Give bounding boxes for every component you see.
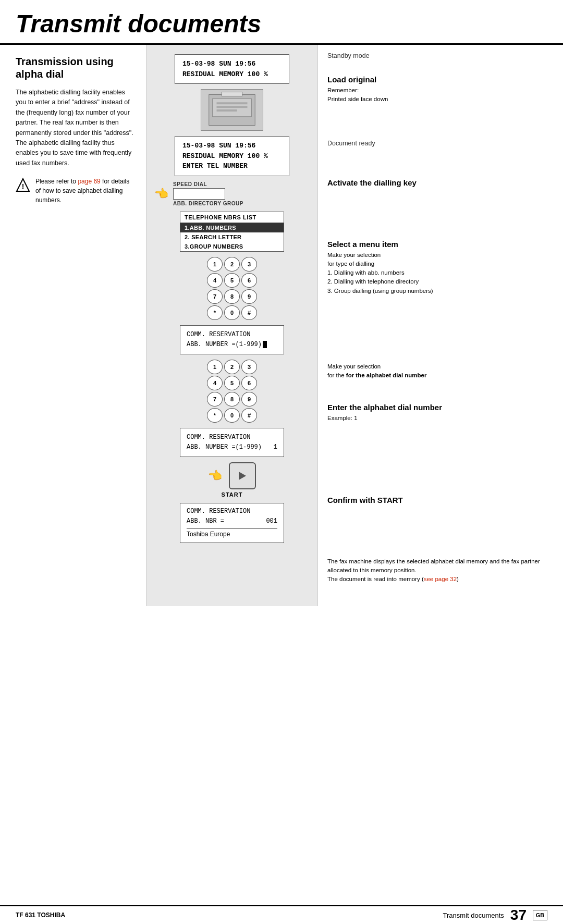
key-3[interactable]: 3 [241,257,257,272]
menu-item-2[interactable]: 2. SEARCH LETTER [180,232,284,242]
key-0b[interactable]: 0 [224,408,240,423]
final-text2: The document is read into memory (see pa… [327,575,554,584]
hand-icon: 👉 [155,187,169,201]
step-load: Load original Remember: Printed side fac… [327,75,554,104]
comm3-label: ABB. NBR = [187,516,224,526]
comm2-value: 1 [274,442,277,452]
key-hash[interactable]: # [241,305,257,320]
select-menu-item1: 1. Dialling with abb. numbers [327,268,554,277]
doc-ready-label: Document ready [327,140,554,147]
activate-title: Activate the dialling key [327,178,554,187]
svg-rect-5 [217,106,248,108]
right-column: Standby mode Load original Remember: Pri… [318,45,563,606]
numpad-2: 1 2 3 4 5 6 7 8 9 * 0 # [207,360,257,423]
abb-dir-label: ABB. DIRECTORY GROUP [173,201,243,206]
comm3-value: 001 [266,516,277,526]
step-activate: Activate the dialling key [327,178,554,199]
load-detail: Printed side face down [327,95,554,104]
enter-num-sub: Example: 1 [327,414,554,423]
key-8[interactable]: 8 [224,289,240,304]
footer-page-num: 37 [510,908,527,922]
comm-box-1: COMM. RESERVATION ABB. NUMBER =(1-999) [180,325,284,354]
speed-dial-row: 👉 SPEED DIAL ABB. DIRECTORY GROUP [155,181,309,206]
menu-box: TELEPHONE NBRS LIST 1.ABB. NUMBERS 2. SE… [180,212,284,252]
start-button[interactable] [229,462,256,489]
key-4[interactable]: 4 [207,273,223,288]
footer-gb-badge: GB [533,910,547,920]
key-hashb[interactable]: # [241,408,257,423]
final-link[interactable]: see page 32 [424,576,457,582]
start-row: 👉 START [209,462,256,498]
lcd1-line2: RESIDUAL MEMORY 100 % [182,69,282,80]
select-menu-text1: Make your selection [327,251,554,260]
warning-link[interactable]: page 69 [78,178,100,185]
key-3b[interactable]: 3 [241,360,257,374]
footer: TF 631 TOSHIBA Transmit documents 37 GB [0,905,563,924]
key-2b[interactable]: 2 [224,360,240,374]
svg-rect-6 [217,109,237,112]
key-7[interactable]: 7 [207,289,223,304]
select-menu-text2: for type of dialling [327,260,554,268]
lcd1-line1: 15-03-98 SUN 19:56 [182,59,282,69]
svg-text:!: ! [22,182,25,191]
comm-box-3: COMM. RESERVATION ABB. NBR = 001 Toshiba… [180,503,284,543]
speed-dial-label: SPEED DIAL [173,181,207,187]
step-select-menu: Select a menu item Make your selection f… [327,240,554,295]
load-remember: Remember: [327,86,554,95]
key-9b[interactable]: 9 [241,392,257,406]
key-6b[interactable]: 6 [241,376,257,390]
menu-item-1[interactable]: 1.ABB. NUMBERS [180,223,284,232]
select-menu-title: Select a menu item [327,240,554,249]
svg-rect-4 [217,102,248,104]
step-final: The fax machine displays the selected al… [327,557,554,584]
step-make-selection: Make your selection for the for the alph… [327,362,554,383]
comm3-line2-row: ABB. NBR = 001 [187,516,277,526]
page-title: Transmit documents [0,0,563,45]
middle-column: 15-03-98 SUN 19:56 RESIDUAL MEMORY 100 %… [146,45,318,606]
comm-line1: COMM. RESERVATION [187,330,277,340]
key-0[interactable]: 0 [224,305,240,320]
confirm-title: Confirm with START [327,496,554,504]
key-6[interactable]: 6 [241,273,257,288]
footer-page-label: Transmit documents [443,911,504,919]
document-image [201,89,263,131]
comm2-line1: COMM. RESERVATION [187,433,277,442]
load-title: Load original [327,75,554,84]
warning-icon: ! [16,178,30,192]
svg-rect-7 [222,92,242,96]
key-star[interactable]: * [207,305,223,320]
key-2[interactable]: 2 [224,257,240,272]
start-label: START [222,491,243,498]
comm-box-2: COMM. RESERVATION ABB. NUMBER =(1-999) 1 [180,428,284,457]
lcd-display-1: 15-03-98 SUN 19:56 RESIDUAL MEMORY 100 % [175,54,289,84]
footer-right: Transmit documents 37 GB [443,908,547,922]
comm3-partner: Toshiba Europe [187,528,277,539]
make-selection-text: Make your selection [327,362,554,371]
enter-num-title: Enter the alphabet dial number [327,403,554,412]
comm3-line1: COMM. RESERVATION [187,507,277,516]
key-5b[interactable]: 5 [224,376,240,390]
warning-box: ! Please refer to page 69 for details of… [16,177,136,205]
lcd2-line2: RESIDUAL MEMORY 100 % [182,151,282,162]
section-title: Transmission using alpha dial [16,55,136,80]
body-text: The alphabetic dialling facility enables… [16,88,136,168]
warning-text: Please refer to page 69 for details of h… [35,177,136,205]
key-1b[interactable]: 1 [207,360,223,374]
speed-dial-input[interactable] [173,188,225,200]
key-9[interactable]: 9 [241,289,257,304]
lcd2-line1: 15-03-98 SUN 19:56 [182,141,282,151]
lcd-display-2: 15-03-98 SUN 19:56 RESIDUAL MEMORY 100 %… [175,136,289,176]
svg-marker-8 [239,472,246,480]
menu-item-3[interactable]: 3.GROUP NUMBERS [180,242,284,251]
key-5[interactable]: 5 [224,273,240,288]
key-4b[interactable]: 4 [207,376,223,390]
key-8b[interactable]: 8 [224,392,240,406]
select-menu-item3: 3. Group dialling (using group numbers) [327,287,554,295]
key-1[interactable]: 1 [207,257,223,272]
step-enter-num: Enter the alphabet dial number Example: … [327,403,554,424]
key-7b[interactable]: 7 [207,392,223,406]
key-starb[interactable]: * [207,408,223,423]
numpad-1: 1 2 3 4 5 6 7 8 9 * 0 # [207,257,257,320]
standby-label: Standby mode [327,52,554,59]
comm2-line2: ABB. NUMBER =(1-999) 1 [187,442,277,452]
